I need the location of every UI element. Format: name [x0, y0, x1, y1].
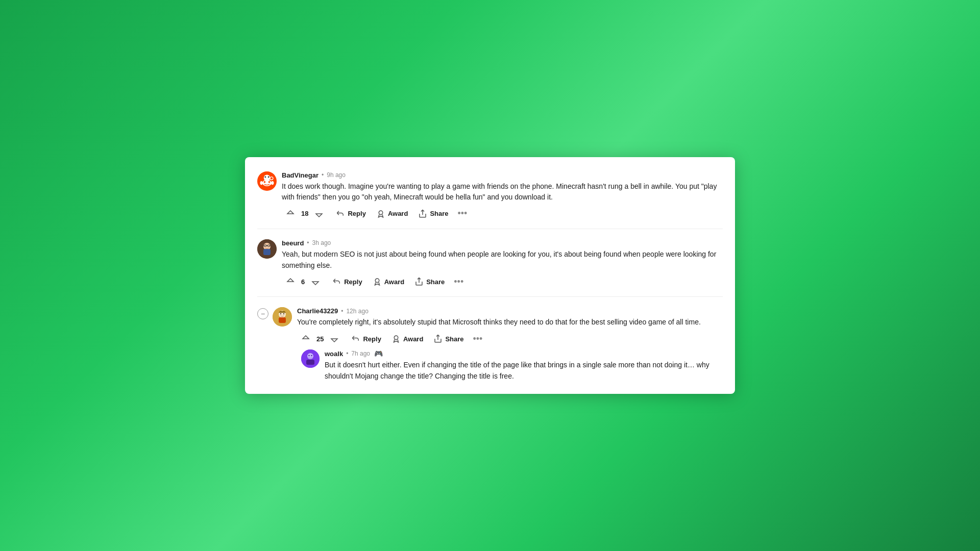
award-icon: [376, 209, 385, 218]
downvote-btn-badvinegar[interactable]: [310, 207, 328, 220]
more-btn-beeurd[interactable]: •••: [451, 276, 467, 288]
svg-point-10: [268, 176, 270, 178]
avatar-badvinegar: [257, 171, 277, 191]
comment-header-charlie: Charlie43229 • 12h ago: [297, 307, 723, 315]
award-btn-badvinegar[interactable]: Award: [372, 207, 412, 220]
svg-point-7: [271, 181, 274, 185]
comment-badvinegar: BadVinegar • 9h ago It does work though.…: [245, 165, 735, 224]
actions-beeurd: 6 Reply Award Shar: [282, 275, 723, 288]
downvote-icon: [311, 277, 320, 286]
downvote-icon: [314, 209, 324, 218]
divider-2: [257, 296, 723, 297]
comment-text-beeurd: Yeah, but modern SEO is not just about b…: [282, 249, 723, 271]
svg-point-28: [308, 355, 309, 356]
comment-text-badvinegar: It does work though. Imagine you're want…: [282, 181, 723, 203]
avatar-beeurd: [257, 239, 277, 259]
svg-point-24: [394, 336, 398, 340]
upvote-btn-badvinegar[interactable]: [282, 207, 299, 220]
downvote-btn-charlie[interactable]: [326, 332, 343, 345]
downvote-btn-beeurd[interactable]: [307, 275, 324, 288]
upvote-btn-beeurd[interactable]: [282, 275, 299, 288]
share-btn-charlie[interactable]: Share: [429, 332, 468, 345]
upvote-icon: [286, 209, 295, 218]
comment-body-beeurd: beeurd • 3h ago Yeah, but modern SEO is …: [282, 239, 723, 292]
comment-panel: BadVinegar • 9h ago It does work though.…: [245, 157, 735, 394]
upvote-icon: [286, 277, 295, 286]
reply-btn-beeurd[interactable]: Reply: [328, 275, 366, 288]
svg-rect-21: [279, 317, 286, 323]
award-icon: [391, 334, 401, 343]
comment-text-woalk: But it doesn't hurt either. Even if chan…: [325, 360, 723, 382]
comment-wrapper-woalk: woalk • 7h ago 🎮 But it doesn't hurt eit…: [301, 349, 723, 386]
svg-point-9: [265, 176, 266, 178]
award-btn-charlie[interactable]: Award: [387, 332, 428, 345]
username-badvinegar: BadVinegar: [282, 171, 318, 179]
svg-point-11: [379, 211, 383, 215]
svg-rect-27: [306, 360, 314, 365]
timestamp-beeurd: 3h ago: [312, 239, 331, 246]
vote-count-beeurd: 6: [300, 278, 306, 286]
svg-point-29: [311, 355, 312, 356]
comment-header-beeurd: beeurd • 3h ago: [282, 239, 723, 247]
svg-point-3: [268, 181, 271, 183]
svg-point-2: [264, 181, 266, 183]
share-icon: [433, 334, 443, 343]
vote-count-badvinegar: 18: [300, 210, 309, 217]
reply-icon: [332, 277, 341, 286]
avatar-charlie: [273, 307, 292, 327]
upvote-btn-charlie[interactable]: [297, 332, 314, 345]
comment-header-woalk: woalk • 7h ago 🎮: [325, 349, 723, 358]
vote-group-charlie: 25: [297, 332, 343, 345]
share-btn-beeurd[interactable]: Share: [410, 275, 449, 288]
svg-point-23: [283, 313, 284, 314]
more-btn-charlie[interactable]: •••: [470, 333, 486, 345]
collapse-btn-charlie[interactable]: −: [257, 308, 268, 319]
svg-point-22: [280, 313, 281, 314]
comment-body-badvinegar: BadVinegar • 9h ago It does work though.…: [282, 171, 723, 224]
reply-icon: [351, 334, 360, 343]
svg-point-8: [264, 174, 271, 181]
share-icon: [414, 277, 424, 286]
timestamp-woalk: 7h ago: [351, 350, 370, 357]
svg-point-6: [260, 181, 263, 185]
svg-point-5: [271, 177, 273, 180]
vote-group-beeurd: 6: [282, 275, 324, 288]
comment-body-charlie: Charlie43229 • 12h ago You're completely…: [297, 307, 723, 386]
share-btn-badvinegar[interactable]: Share: [414, 207, 452, 220]
svg-point-18: [375, 279, 379, 283]
vote-count-charlie: 25: [315, 335, 325, 343]
reply-btn-charlie[interactable]: Reply: [347, 332, 385, 345]
timestamp-badvinegar: 9h ago: [327, 171, 346, 179]
username-woalk: woalk: [325, 350, 343, 358]
comment-wrapper-charlie: − Charlie43229 • 12h ago: [245, 301, 735, 386]
comment-thread: BadVinegar • 9h ago It does work though.…: [245, 157, 735, 394]
share-icon: [418, 209, 427, 218]
username-charlie: Charlie43229: [297, 307, 338, 315]
award-icon: [373, 277, 382, 286]
actions-badvinegar: 18 Reply Award Sha: [282, 207, 723, 220]
comment-text-charlie: You're completely right, it's absolutely…: [297, 317, 723, 328]
comment-header-badvinegar: BadVinegar • 9h ago: [282, 171, 723, 179]
svg-rect-14: [263, 249, 271, 255]
vote-group-badvinegar: 18: [282, 207, 328, 220]
divider-1: [257, 229, 723, 229]
username-beeurd: beeurd: [282, 239, 304, 247]
avatar-woalk: [301, 349, 320, 368]
comment-beeurd: beeurd • 3h ago Yeah, but modern SEO is …: [245, 233, 735, 292]
downvote-icon: [330, 334, 339, 343]
more-btn-badvinegar[interactable]: •••: [455, 207, 471, 220]
reply-btn-badvinegar[interactable]: Reply: [332, 207, 370, 220]
award-btn-beeurd[interactable]: Award: [369, 275, 409, 288]
timestamp-charlie: 12h ago: [346, 308, 368, 315]
reply-icon: [336, 209, 345, 218]
emoji-woalk: 🎮: [374, 349, 383, 358]
actions-charlie: 25 Reply Award Sha: [297, 332, 723, 345]
comment-body-woalk: woalk • 7h ago 🎮 But it doesn't hurt eit…: [325, 349, 723, 386]
upvote-icon: [301, 334, 310, 343]
